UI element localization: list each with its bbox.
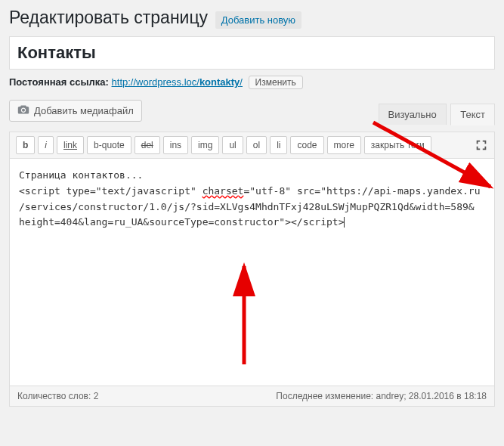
qt-italic-button[interactable]: i	[38, 136, 54, 154]
content-line: ="utf-8" src="https://api-maps.yandex.ru	[243, 185, 480, 197]
qt-more-button[interactable]: more	[327, 136, 361, 154]
fullscreen-icon	[475, 138, 488, 152]
content-line: Страница контактов...	[19, 169, 143, 181]
permalink-row: Постоянная ссылка: http://wordpress.loc/…	[9, 76, 495, 89]
qt-close-tags-button[interactable]: закрыть теги	[364, 136, 431, 154]
qt-ol-button[interactable]: ol	[246, 136, 267, 154]
qt-code-button[interactable]: code	[290, 136, 323, 154]
permalink-edit-button[interactable]: Изменить	[249, 76, 303, 89]
page-heading: Редактировать страницу Добавить новую	[9, 8, 495, 29]
text-caret	[344, 217, 345, 228]
arrow-annotation	[221, 227, 269, 403]
word-count: Количество слов: 2	[17, 391, 98, 401]
qt-ul-button[interactable]: ul	[222, 136, 243, 154]
permalink-label: Постоянная ссылка:	[9, 76, 109, 88]
add-media-label: Добавить медиафайл	[34, 105, 134, 116]
last-edit: Последнее изменение: andrey; 28.01.2016 …	[276, 391, 487, 401]
editor-tabs: Визуально Текст	[377, 104, 495, 125]
editor-box: b i link b-quote del ins img ul ol li co…	[9, 132, 495, 407]
qt-bquote-button[interactable]: b-quote	[87, 136, 131, 154]
qt-li-button[interactable]: li	[270, 136, 287, 154]
content-line: charset	[203, 185, 244, 197]
qt-link-button[interactable]: link	[57, 136, 84, 154]
permalink-link[interactable]: http://wordpress.loc/kontakty/	[112, 76, 243, 88]
tab-text[interactable]: Текст	[450, 104, 495, 125]
content-textarea[interactable]: Страница контактов... <script type="text…	[10, 159, 494, 386]
camera-icon	[17, 104, 29, 118]
qt-bold-button[interactable]: b	[16, 136, 35, 154]
content-line: <script type="text/javascript"	[19, 185, 203, 197]
add-new-button[interactable]: Добавить новую	[215, 11, 301, 29]
post-title-wrap	[9, 36, 495, 70]
qt-del-button[interactable]: del	[135, 136, 160, 154]
tab-visual[interactable]: Визуально	[379, 104, 447, 125]
fullscreen-button[interactable]	[475, 138, 488, 152]
add-media-button[interactable]: Добавить медиафайл	[9, 100, 142, 122]
qt-ins-button[interactable]: ins	[163, 136, 188, 154]
quicktag-toolbar: b i link b-quote del ins img ul ol li co…	[10, 132, 494, 159]
content-line: /services/constructor/1.0/js/?sid=XLVgs4…	[19, 201, 475, 212]
qt-img-button[interactable]: img	[191, 136, 219, 154]
post-title-input[interactable]	[17, 40, 487, 66]
content-line: height=404&lang=ru_UA&sourceType=constru…	[19, 216, 344, 228]
editor-status-bar: Количество слов: 2 Последнее изменение: …	[10, 386, 494, 406]
page-title: Редактировать страницу	[9, 8, 208, 28]
